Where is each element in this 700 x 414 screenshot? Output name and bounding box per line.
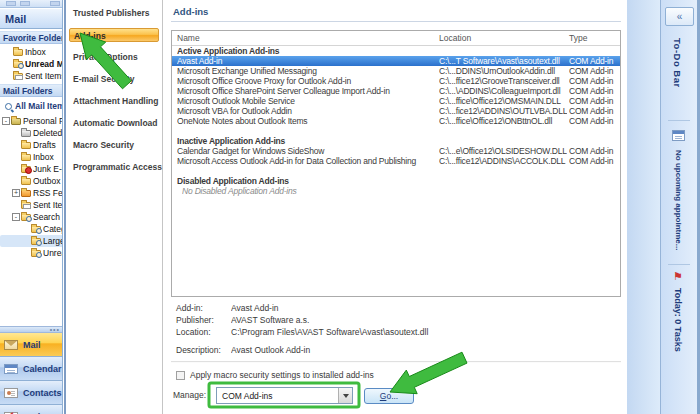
- tree-item[interactable]: Outbox: [0, 175, 63, 187]
- addin-type: COM Add-in: [569, 116, 619, 126]
- favorite-folder-item[interactable]: Unread Mail: [0, 58, 63, 70]
- addin-name: Microsoft Office Groove Proxy for Outloo…: [177, 76, 435, 86]
- calendar-icon: [672, 130, 685, 141]
- all-mail-items-label: All Mail Items: [15, 101, 63, 111]
- column-name[interactable]: Name: [177, 33, 200, 43]
- folder-label: Sent Items: [25, 71, 63, 81]
- table-row[interactable]: Calendar Gadget for Windows SideShowC:\.…: [172, 146, 620, 156]
- indent-spacer: [12, 157, 21, 158]
- tree-item[interactable]: -Personal Folders: [0, 115, 63, 127]
- folder-label: Large Mail: [43, 236, 63, 246]
- section-header-label: Active Application Add-ins: [177, 46, 435, 56]
- addin-location: C:\...T Software\Avast\asoutext.dll: [439, 56, 567, 66]
- go-button[interactable]: Go...: [364, 388, 414, 404]
- search-folder-icon: [21, 214, 31, 221]
- tree-item[interactable]: Inbox: [0, 151, 63, 163]
- folder-label: Deleted Items: [33, 128, 63, 138]
- todo-bar[interactable]: « To-Do Bar No upcoming appointme... ⚑ T…: [660, 0, 697, 414]
- module-button-label: Contacts: [23, 388, 62, 398]
- column-type[interactable]: Type: [569, 33, 587, 43]
- module-button-label: Mail: [23, 340, 41, 350]
- search-folder-icon: [31, 238, 41, 245]
- tree-item[interactable]: Categorized Mail: [0, 223, 63, 235]
- tree-item[interactable]: Sent Items: [0, 199, 63, 211]
- trust-center-nav-item-attachment-handling[interactable]: Attachment Handling: [69, 94, 159, 108]
- trust-center-nav-item-privacy-options[interactable]: Privacy Options: [69, 50, 159, 64]
- collapse-icon[interactable]: -: [2, 117, 10, 125]
- table-row[interactable]: Microsoft Exchange Unified MessagingC:\.…: [172, 66, 620, 76]
- con-icon: [4, 388, 18, 398]
- module-button-calendar[interactable]: Calendar: [0, 357, 63, 381]
- table-row[interactable]: Microsoft Outlook Mobile ServiceC:\...ff…: [172, 96, 620, 106]
- addin-type: COM Add-in: [569, 146, 619, 156]
- folder-folder-icon: [21, 154, 31, 161]
- todo-bar-title[interactable]: To-Do Bar: [672, 38, 683, 88]
- search-folder-icon: [13, 61, 23, 68]
- tree-item[interactable]: -Search Folders: [0, 211, 63, 223]
- table-row[interactable]: Microsoft VBA for Outlook AddinC:\...fic…: [172, 106, 620, 116]
- column-location[interactable]: Location: [439, 33, 471, 43]
- addin-location: C:\...DDINS\UmOutlookAddin.dll: [439, 66, 567, 76]
- trust-center-nav-item-automatic-download[interactable]: Automatic Download: [69, 116, 159, 130]
- trust-center-nav: Trusted PublishersAdd-insPrivacy Options…: [64, 0, 163, 414]
- folder-label: Junk E-mail: [33, 164, 63, 174]
- module-button-tasks[interactable]: Tasks: [0, 405, 63, 414]
- all-mail-items[interactable]: All Mail Items: [0, 99, 63, 113]
- chevron-down-icon[interactable]: [338, 388, 352, 403]
- toolbar-icon: [6, 1, 16, 6]
- indent-spacer: [12, 169, 21, 170]
- table-row[interactable]: Microsoft Access Outlook Add-in for Data…: [172, 156, 620, 166]
- tree-item[interactable]: +RSS Feeds: [0, 187, 63, 199]
- mail-folders-header[interactable]: Mail Folders: [0, 84, 63, 97]
- table-row[interactable]: Microsoft Office Groove Proxy for Outloo…: [172, 76, 620, 86]
- manage-dropdown[interactable]: COM Add-ins: [216, 387, 353, 404]
- trust-center-nav-item-macro-security[interactable]: Macro Security: [69, 138, 159, 152]
- indent-spacer: [22, 253, 31, 254]
- favorite-folder-item[interactable]: Inbox: [0, 46, 63, 58]
- personal-folder-icon: [11, 118, 21, 125]
- trust-center-nav-item-e-mail-security[interactable]: E-mail Security: [69, 72, 159, 86]
- tree-item[interactable]: Junk E-mail: [0, 163, 63, 175]
- favorite-folder-item[interactable]: Sent Items: [0, 70, 63, 82]
- detail-value: AVAST Software a.s.: [231, 314, 616, 326]
- favorite-folders-header[interactable]: Favorite Folders: [0, 31, 63, 44]
- table-row[interactable]: Microsoft Office SharePoint Server Colle…: [172, 86, 620, 96]
- section-header-row: Inactive Application Add-ins: [172, 136, 620, 146]
- module-button-contacts[interactable]: Contacts: [0, 381, 63, 405]
- junk-folder-icon: [21, 166, 31, 173]
- tree-item[interactable]: Deleted Items: [0, 127, 63, 139]
- pane-splitter[interactable]: •••: [0, 326, 63, 333]
- go-button-label: Go...: [365, 389, 413, 403]
- mail-icon: [4, 340, 18, 350]
- trust-center-nav-item-trusted-publishers[interactable]: Trusted Publishers: [69, 6, 159, 20]
- search-folder-icon: [31, 250, 41, 257]
- table-row[interactable]: OneNote Notes about Outlook ItemsC:\...f…: [172, 116, 620, 126]
- tree-item[interactable]: Drafts: [0, 139, 63, 151]
- title-rule: [171, 21, 621, 22]
- addin-type: COM Add-in: [569, 76, 619, 86]
- addins-list[interactable]: Name Location Type Active Application Ad…: [171, 30, 621, 297]
- collapse-icon[interactable]: -: [12, 213, 20, 221]
- tree-item[interactable]: Large Mail: [0, 235, 63, 247]
- folder-label: Search Folders: [33, 212, 63, 222]
- indent-spacer: [12, 145, 21, 146]
- tree-item[interactable]: Unread Mail: [0, 247, 63, 259]
- section-header-row: Disabled Application Add-ins: [172, 176, 620, 186]
- detail-value: C:\Program Files\AVAST Software\Avast\as…: [231, 326, 616, 338]
- trust-center-nav-item-programmatic-access[interactable]: Programmatic Access: [69, 160, 159, 174]
- addin-type: COM Add-in: [569, 86, 619, 96]
- addin-type: COM Add-in: [569, 156, 619, 166]
- addins-list-header: Name Location Type: [172, 31, 620, 46]
- detail-label: Add-in:: [176, 302, 203, 314]
- detail-value: Avast Outlook Add-in: [231, 344, 616, 356]
- module-button-mail[interactable]: Mail: [0, 333, 63, 357]
- addin-name: Microsoft Office SharePoint Server Colle…: [177, 86, 435, 96]
- cal-icon: [4, 364, 18, 374]
- trust-center-nav-item-add-ins[interactable]: Add-ins: [69, 28, 159, 42]
- empty-section-row: No Disabled Application Add-ins: [172, 186, 620, 196]
- addin-name: Calendar Gadget for Windows SideShow: [177, 146, 435, 156]
- expand-icon[interactable]: +: [12, 189, 20, 197]
- expand-todo-bar-button[interactable]: «: [665, 7, 694, 26]
- macro-security-checkbox[interactable]: [176, 371, 185, 380]
- table-row[interactable]: Avast Add-inC:\...T Software\Avast\asout…: [172, 56, 620, 66]
